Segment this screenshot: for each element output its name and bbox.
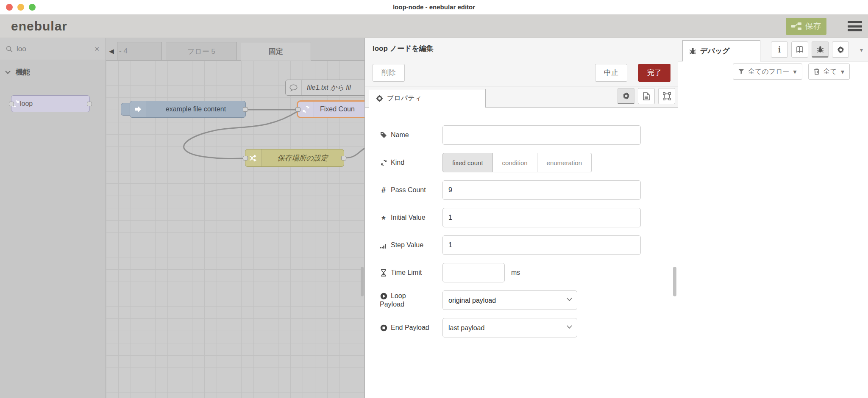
edit-panel-buttons: 削除 中止 完了 (365, 59, 678, 86)
info-button[interactable]: i (771, 41, 788, 58)
flow-tab-fixed[interactable]: 固定 (241, 42, 311, 61)
description-doc-button[interactable] (638, 88, 655, 104)
traffic-lights (6, 4, 36, 11)
zoom-window-icon[interactable] (29, 4, 36, 11)
comment-node[interactable]: file1.txt から fil (285, 80, 364, 96)
deploy-icon (791, 22, 801, 30)
debug-tabbar: デバッグ i ▾ (678, 38, 868, 61)
cancel-button[interactable]: 中止 (595, 64, 627, 82)
kind-fixed-count-button[interactable]: fixed count (442, 153, 493, 172)
loop-payload-label: Loop Payload (380, 292, 442, 308)
tab-scroll-left-icon[interactable]: ◀ (106, 42, 117, 60)
group-selection-button[interactable] (658, 88, 675, 104)
palette-node-label: loop (20, 100, 33, 108)
node-edit-panel: loop ノードを編集 削除 中止 完了 プロパティ (364, 38, 678, 398)
inject-node[interactable]: example file content (130, 101, 246, 118)
caret-down-icon: ▾ (841, 68, 844, 76)
close-window-icon[interactable] (6, 4, 13, 11)
macos-titlebar: loop-node - enebular editor (0, 0, 868, 14)
menu-hamburger-icon[interactable] (848, 21, 862, 31)
caret-down-icon: ▾ (793, 68, 797, 76)
enebular-logo: enebular (11, 19, 67, 33)
tab-properties[interactable]: プロパティ (369, 89, 486, 108)
palette-category-function[interactable]: 機能 (0, 60, 106, 83)
comment-node-label: file1.txt から fil (302, 83, 364, 92)
end-payload-label: End Payload (380, 324, 442, 332)
speech-bubble-icon (286, 80, 302, 95)
clear-all-button[interactable]: 全て ▾ (808, 64, 850, 80)
save-button[interactable]: 保存 (786, 18, 826, 35)
tab-debug[interactable]: デバッグ (682, 40, 760, 61)
time-limit-row: Time Limit ms (380, 263, 678, 282)
pass-count-label: # Pass Count (380, 186, 442, 195)
pass-count-row: # Pass Count (380, 180, 678, 200)
trash-icon (814, 68, 820, 75)
kind-condition-button[interactable]: condition (493, 153, 537, 172)
minimize-window-icon[interactable] (17, 4, 24, 11)
save-button-label: 保存 (805, 21, 821, 32)
initial-value-input[interactable] (442, 208, 641, 227)
gear-icon (376, 95, 383, 102)
done-button[interactable]: 完了 (638, 64, 670, 82)
step-value-label: Step Value (380, 241, 442, 249)
settings-gear-button[interactable] (832, 41, 849, 58)
app-header: enebular 保存 (0, 14, 868, 38)
flow-tab-5[interactable]: フロー 5 (166, 42, 237, 60)
category-label: 機能 (16, 67, 30, 77)
editor-scrollbar-thumb[interactable] (673, 267, 676, 296)
end-payload-select-wrap: last payload (442, 318, 577, 337)
play-circle-icon (380, 293, 387, 300)
palette-search[interactable]: loo ✕ (0, 38, 106, 60)
bug-icon (689, 47, 696, 55)
edit-panel-title: loop ノードを編集 (373, 44, 434, 53)
canvas-workspace[interactable]: file1.txt から fil example file content (106, 61, 364, 398)
step-value-row: Step Value (380, 235, 678, 255)
debug-bug-button[interactable] (812, 41, 829, 58)
flow-tabbar: ◀ - 4 フロー 5 固定 (106, 38, 364, 61)
chevron-down-icon (5, 70, 11, 74)
sidebar-caret-icon[interactable]: ▾ (860, 47, 863, 53)
help-book-button[interactable] (791, 41, 808, 58)
end-payload-select[interactable]: last payload (442, 318, 577, 337)
node-output-port (341, 156, 346, 160)
asterisk-icon: * (380, 218, 387, 222)
step-value-input[interactable] (442, 235, 641, 255)
debug-toolbar: 全てのフロー ▾ 全て ▾ (678, 61, 868, 82)
initial-value-label: * Initial Value (380, 214, 442, 222)
canvas-scrollbar-thumb[interactable] (361, 267, 364, 296)
kind-enumeration-button[interactable]: enumeration (537, 153, 592, 172)
flow-tab-4[interactable]: - 4 (117, 42, 162, 60)
properties-form: Name Kind fi (365, 108, 678, 337)
time-limit-unit: ms (511, 269, 520, 276)
palette-node-loop[interactable]: loop (11, 95, 90, 112)
properties-gear-button[interactable] (618, 88, 634, 104)
search-input[interactable]: loo (17, 45, 94, 53)
clear-search-icon[interactable]: ✕ (94, 45, 100, 53)
hourglass-icon (380, 269, 387, 276)
time-limit-input[interactable] (442, 263, 505, 282)
funnel-icon (738, 69, 744, 75)
node-input-port (295, 107, 300, 112)
loop-payload-select[interactable]: original payload (442, 290, 577, 310)
kind-button-group: fixed count condition enumeration (442, 153, 592, 172)
node-input-port (9, 102, 14, 106)
kind-row: Kind fixed count condition enumeration (380, 153, 678, 172)
tab-debug-label: デバッグ (700, 46, 730, 56)
loop-node-selected[interactable]: Fixed Coun (297, 100, 364, 118)
pass-count-input[interactable] (442, 180, 641, 200)
stop-circle-icon (380, 324, 387, 332)
filter-flows-button[interactable]: 全てのフロー ▾ (733, 64, 802, 80)
name-input[interactable] (442, 125, 641, 145)
flow-canvas: ◀ - 4 フロー 5 固定 file1.txt から fil (106, 38, 364, 398)
search-icon (6, 46, 13, 53)
end-payload-row: End Payload last payload (380, 318, 678, 337)
hash-icon: # (380, 186, 387, 195)
delete-button[interactable]: 削除 (373, 64, 405, 82)
debug-sidebar: デバッグ i ▾ (678, 38, 868, 398)
time-limit-label: Time Limit (380, 269, 442, 276)
inject-node-label: example file content (146, 105, 245, 113)
change-node[interactable]: 保存場所の設定 (245, 149, 344, 167)
edit-panel-header: loop ノードを編集 (365, 38, 678, 59)
kind-label: Kind (380, 159, 442, 166)
loop-payload-row: Loop Payload original payload (380, 290, 678, 310)
